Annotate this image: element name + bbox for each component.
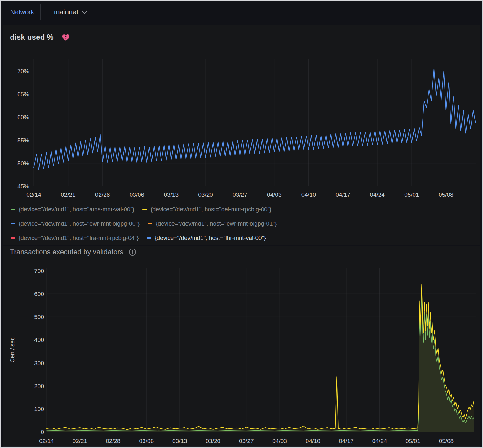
panel-transactions-header: Transactions executed by validators i	[10, 245, 136, 259]
svg-text:03/06: 03/06	[130, 191, 144, 198]
svg-text:65%: 65%	[17, 91, 29, 97]
svg-text:03/27: 03/27	[239, 438, 254, 444]
svg-text:700: 700	[34, 268, 44, 274]
svg-text:04/03: 04/03	[267, 191, 282, 198]
svg-text:55%: 55%	[17, 137, 29, 144]
svg-text:03/20: 03/20	[206, 438, 221, 444]
svg-text:03/06: 03/06	[139, 438, 154, 444]
axis-labels: 010020030040050060070002/1402/2102/2803/…	[9, 268, 454, 444]
svg-text:04/03: 04/03	[272, 438, 287, 444]
chart-grid	[34, 59, 476, 186]
svg-text:02/28: 02/28	[95, 191, 110, 198]
legend-color-dash	[11, 223, 15, 224]
legend-item[interactable]: {device="/dev/md1", host="ewr-mnt-bigpg-…	[11, 217, 140, 231]
svg-text:02/21: 02/21	[61, 191, 76, 198]
chart-grid	[47, 268, 476, 432]
svg-text:05/01: 05/01	[404, 191, 419, 198]
svg-text:600: 600	[34, 291, 44, 297]
svg-text:03/20: 03/20	[198, 191, 213, 198]
svg-text:70%: 70%	[17, 68, 29, 74]
series-{device="/dev/md1", host="lhr-mnt-val-00"}[interactable]	[34, 69, 476, 170]
svg-text:60%: 60%	[17, 114, 29, 120]
svg-text:200: 200	[34, 383, 44, 389]
svg-text:04/24: 04/24	[372, 438, 387, 444]
svg-text:04/17: 04/17	[336, 191, 351, 198]
svg-text:02/14: 02/14	[39, 438, 54, 444]
legend-label: {device="/dev/md1", host="ewr-mnt-bigpg-…	[19, 220, 140, 227]
legend-item[interactable]: {device="/dev/md1", host="ewr-mnt-bigpg-…	[148, 217, 277, 231]
legend-color-dash	[11, 237, 15, 239]
svg-text:400: 400	[34, 337, 44, 343]
panel-title: disk used %	[10, 33, 54, 42]
legend-label: {device="/dev/md1", host="fra-mnt-rpcbig…	[19, 235, 139, 241]
panel-disk-used-header: disk used %	[10, 30, 70, 44]
legend-label: {device="/dev/md1", host="del-mnt-rpcbig…	[150, 206, 271, 213]
legend-label: {device="/dev/md1", host="lhr-mnt-val-00…	[155, 235, 266, 241]
svg-text:03/27: 03/27	[233, 191, 247, 198]
legend-label: {device="/dev/md1", host="ewr-mnt-bigpg-…	[156, 220, 277, 227]
legend-item[interactable]: {device="/dev/md1", host="lhr-mnt-val-00…	[147, 231, 266, 245]
svg-text:03/13: 03/13	[172, 438, 187, 444]
info-circle-icon[interactable]: i	[129, 249, 136, 256]
legend: {device="/dev/md1", host="ams-mnt-val-00…	[11, 202, 401, 245]
svg-text:04/10: 04/10	[306, 438, 321, 444]
svg-text:02/28: 02/28	[106, 438, 121, 444]
legend-color-dash	[142, 209, 147, 210]
legend-color-dash	[147, 237, 151, 239]
legend-color-dash	[11, 209, 15, 210]
svg-text:02/14: 02/14	[26, 191, 41, 198]
svg-text:04/17: 04/17	[339, 438, 354, 444]
svg-text:02/21: 02/21	[73, 438, 87, 444]
svg-text:04/24: 04/24	[370, 191, 385, 198]
legend-label: {device="/dev/md1", host="ams-mnt-val-00…	[19, 206, 134, 213]
svg-text:Cert / sec: Cert / sec	[9, 337, 16, 362]
svg-text:05/08: 05/08	[439, 191, 454, 198]
panel-title: Transactions executed by validators	[10, 248, 123, 256]
svg-text:500: 500	[34, 314, 44, 320]
series-yellow[interactable]	[47, 285, 474, 432]
svg-text:03/13: 03/13	[164, 191, 179, 198]
svg-text:05/08: 05/08	[439, 438, 454, 444]
svg-text:50%: 50%	[17, 160, 29, 167]
svg-text:45%: 45%	[17, 183, 29, 190]
legend-item[interactable]: {device="/dev/md1", host="del-mnt-rpcbig…	[142, 202, 271, 217]
svg-text:05/01: 05/01	[405, 438, 420, 444]
legend-item[interactable]: {device="/dev/md1", host="ams-mnt-val-00…	[11, 202, 134, 217]
heart-break-alert-icon[interactable]	[62, 33, 70, 41]
svg-text:0: 0	[41, 429, 44, 435]
legend-item[interactable]: {device="/dev/md1", host="fra-mnt-rpcbig…	[11, 231, 139, 245]
svg-text:300: 300	[34, 360, 44, 366]
grafana-dashboard: Network mainnet 45%50%55%60%65%70%02/140…	[0, 0, 483, 448]
axis-labels: 45%50%55%60%65%70%02/1402/2102/2803/0603…	[17, 68, 454, 198]
legend-color-dash	[148, 223, 152, 224]
svg-text:04/10: 04/10	[301, 191, 316, 198]
svg-text:100: 100	[34, 406, 44, 412]
